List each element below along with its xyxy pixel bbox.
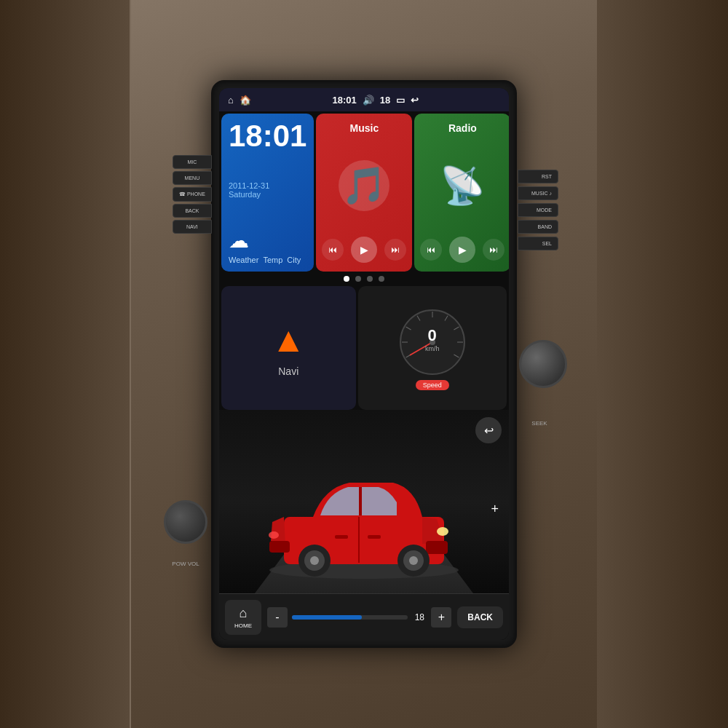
weather-section: ☁ Weather Temp City bbox=[229, 229, 306, 264]
clock-time-display: 18:01 bbox=[229, 121, 306, 151]
volume-section: - 18 + bbox=[267, 607, 451, 628]
bottom-bar: ⌂ HOME - 18 + BACK bbox=[219, 593, 509, 640]
svg-point-18 bbox=[269, 531, 279, 539]
svg-rect-27 bbox=[368, 535, 381, 539]
svg-point-24 bbox=[409, 556, 418, 565]
plus-button[interactable]: + bbox=[491, 502, 499, 517]
svg-point-21 bbox=[310, 556, 319, 565]
music-note-icon: 🎵 bbox=[339, 160, 389, 211]
radio-next-button[interactable]: ⏭ bbox=[483, 239, 505, 261]
navi-label: Navi bbox=[278, 365, 298, 377]
volume-minus-button[interactable]: - bbox=[267, 607, 288, 628]
left-panel bbox=[0, 0, 131, 728]
dashboard-background: MIC MENU ☎ PHONE BACK NAVI RST MUSIC ♪ M… bbox=[0, 0, 728, 728]
page-dot-2[interactable] bbox=[355, 276, 361, 282]
home-status-icon: ⌂ bbox=[228, 95, 234, 106]
day-text: Saturday bbox=[229, 190, 306, 199]
music-play-button[interactable]: ▶ bbox=[351, 237, 377, 263]
car-display-area: ↩ + bbox=[219, 410, 509, 593]
volume-fill bbox=[292, 615, 362, 620]
clock-widget[interactable]: 18:01 2011-12-31 Saturday ☁ Weather Temp… bbox=[221, 114, 314, 272]
volume-plus-button[interactable]: + bbox=[431, 607, 451, 628]
speed-number: 0 bbox=[425, 326, 440, 345]
music-widget[interactable]: Music 🎵 ⏮ ▶ ⏭ bbox=[316, 114, 412, 272]
page-dot-3[interactable] bbox=[367, 276, 373, 282]
page-dots bbox=[219, 272, 509, 286]
volume-status-icon: 🔊 bbox=[363, 95, 374, 106]
radio-controls: ⏮ ▶ ⏭ bbox=[420, 237, 505, 263]
speedometer: 0 km/h bbox=[396, 306, 469, 379]
svg-rect-15 bbox=[426, 541, 448, 554]
music-title: Music bbox=[350, 122, 379, 134]
date-text: 2011-12-31 bbox=[229, 181, 306, 190]
back-button[interactable]: BACK bbox=[457, 606, 503, 628]
left-button-group: MIC MENU ☎ PHONE BACK NAVI bbox=[173, 155, 212, 234]
status-time: 18:01 🔊 18 ▭ ↩ bbox=[333, 95, 419, 106]
radio-play-button[interactable]: ▶ bbox=[449, 237, 475, 263]
svg-rect-26 bbox=[335, 535, 348, 539]
home-label: HOME bbox=[234, 622, 252, 629]
power-volume-knob[interactable] bbox=[164, 500, 207, 544]
speed-label-button[interactable]: Speed bbox=[416, 380, 449, 390]
car-image bbox=[262, 462, 466, 579]
music-controls: ⏮ ▶ ⏭ bbox=[322, 237, 406, 263]
sel-button[interactable]: SEL bbox=[518, 237, 558, 250]
band-button[interactable]: BAND bbox=[518, 220, 558, 234]
volume-slider[interactable] bbox=[292, 615, 408, 620]
navi-side-button[interactable]: NAVI bbox=[173, 220, 212, 234]
widgets-row: 18:01 2011-12-31 Saturday ☁ Weather Temp… bbox=[219, 111, 509, 272]
status-bar: ⌂ 🏠 18:01 🔊 18 ▭ ↩ bbox=[219, 88, 509, 111]
back-side-button[interactable]: BACK bbox=[173, 204, 212, 218]
status-time-text: 18:01 bbox=[333, 95, 357, 106]
radio-widget[interactable]: Radio 📡 ⏮ ▶ ⏭ bbox=[414, 114, 509, 272]
navi-arrow-icon: ▲ bbox=[271, 320, 306, 360]
svg-rect-14 bbox=[359, 487, 362, 515]
mode-button[interactable]: MODE bbox=[518, 203, 558, 217]
main-content: 18:01 2011-12-31 Saturday ☁ Weather Temp… bbox=[219, 111, 509, 640]
navi-widget[interactable]: ▲ Navi bbox=[221, 286, 356, 410]
mic-button[interactable]: MIC bbox=[173, 155, 212, 169]
power-volume-label: POW VOL bbox=[161, 561, 210, 567]
svg-rect-17 bbox=[269, 541, 290, 553]
right-button-group: RST MUSIC ♪ MODE BAND SEL bbox=[518, 170, 558, 250]
reply-button[interactable]: ↩ bbox=[475, 417, 502, 443]
phone-button[interactable]: ☎ PHONE bbox=[173, 187, 212, 202]
music-next-button[interactable]: ⏭ bbox=[384, 239, 406, 261]
status-left: ⌂ 🏠 bbox=[228, 95, 251, 106]
music-button[interactable]: MUSIC ♪ bbox=[518, 186, 558, 200]
seek-label: SEEK bbox=[519, 420, 560, 427]
menu-button[interactable]: MENU bbox=[173, 171, 212, 185]
svg-point-16 bbox=[437, 527, 448, 536]
radio-prev-button[interactable]: ⏮ bbox=[420, 239, 442, 261]
radio-title: Radio bbox=[448, 122, 477, 134]
speed-value-container: 0 km/h bbox=[425, 326, 440, 352]
house-status-icon: 🏠 bbox=[240, 95, 251, 106]
page-dot-4[interactable] bbox=[379, 276, 384, 282]
seek-knob[interactable] bbox=[519, 340, 567, 388]
screen: ⌂ 🏠 18:01 🔊 18 ▭ ↩ bbox=[219, 88, 509, 640]
speed-unit: km/h bbox=[425, 345, 440, 352]
clock-date: 2011-12-31 Saturday bbox=[229, 181, 306, 199]
rst-button[interactable]: RST bbox=[518, 170, 558, 183]
home-icon: ⌂ bbox=[240, 606, 248, 621]
speed-widget[interactable]: 0 km/h Speed bbox=[358, 286, 507, 410]
city-label: City bbox=[287, 256, 301, 264]
radio-antenna-icon: 📡 bbox=[440, 165, 485, 207]
temp-label: Temp bbox=[263, 256, 282, 264]
right-panel bbox=[597, 0, 728, 728]
weather-info: Weather Temp City bbox=[229, 256, 306, 264]
weather-label: Weather bbox=[229, 256, 258, 264]
page-dot-1[interactable] bbox=[344, 276, 349, 282]
home-button[interactable]: ⌂ HOME bbox=[225, 600, 261, 635]
volume-value: 18 bbox=[412, 612, 427, 622]
volume-status-value: 18 bbox=[380, 95, 390, 106]
back-status-icon: ↩ bbox=[411, 95, 419, 106]
music-prev-button[interactable]: ⏮ bbox=[322, 239, 344, 261]
head-unit: MIC MENU ☎ PHONE BACK NAVI RST MUSIC ♪ M… bbox=[211, 80, 517, 648]
weather-cloud-icon: ☁ bbox=[229, 229, 306, 253]
apps-row: ▲ Navi bbox=[219, 286, 509, 410]
battery-status-icon: ▭ bbox=[396, 95, 405, 106]
